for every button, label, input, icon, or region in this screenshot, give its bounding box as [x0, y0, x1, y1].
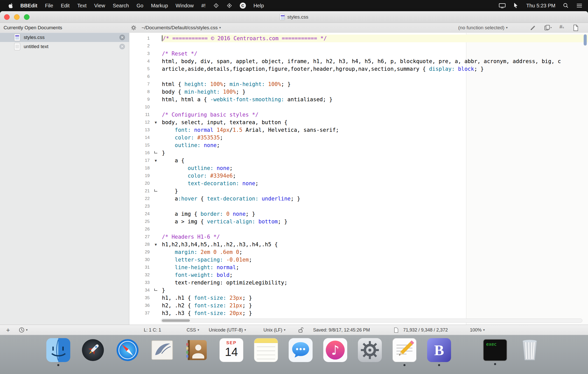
menu-markup[interactable]: Markup [147, 0, 172, 11]
line-number[interactable]: 26 [129, 225, 150, 233]
fold-marker[interactable]: ▼ [150, 241, 162, 248]
line-number[interactable]: 31 [129, 264, 150, 271]
menu-shebang[interactable]: #! [198, 0, 209, 11]
line-number[interactable]: 18 [129, 164, 150, 172]
code-text[interactable]: article,aside,details,figcaption,figure,… [162, 65, 588, 73]
code-text[interactable]: outline: none; [162, 141, 588, 149]
code-line[interactable]: 29 margin: 2em 0 .6em 0; [129, 248, 588, 256]
line-number[interactable]: 8 [129, 88, 150, 96]
zoom-button[interactable] [24, 14, 30, 20]
code-text[interactable]: color: #3394e6; [162, 172, 588, 180]
code-line[interactable]: 20 text-decoration: none; [129, 180, 588, 187]
code-line[interactable]: 19 color: #3394e6; [129, 172, 588, 180]
dock-item-messages[interactable] [288, 338, 313, 366]
code-text[interactable]: h1,h2,h3,h4,h5,.h1,.h2,.h3,.h4,.h5 { [162, 241, 588, 248]
code-text[interactable]: color: #353535; [162, 134, 588, 141]
code-text[interactable]: h1, .h1 { font-size: 23px; } [162, 294, 588, 302]
file-path-dropdown[interactable]: ~/Documents/Default/css/styles.css ▾ [142, 23, 221, 33]
menu-file[interactable]: File [41, 0, 57, 11]
dock-item-contacts[interactable] [185, 338, 209, 366]
dock-item-mail[interactable] [150, 338, 174, 366]
line-number[interactable]: 10 [129, 103, 150, 111]
documents-stack-icon[interactable] [544, 25, 552, 31]
line-number[interactable]: 19 [129, 172, 150, 180]
line-numbers-icon[interactable]: #≡ [559, 24, 564, 30]
line-number[interactable]: 36 [129, 302, 150, 309]
line-number[interactable]: 34 [129, 286, 150, 294]
line-number[interactable]: 32 [129, 271, 150, 279]
scripts-diamond-icon[interactable] [209, 3, 223, 8]
code-line[interactable]: 17▼ a { [129, 157, 588, 164]
line-number[interactable]: 27 [129, 233, 150, 241]
fold-marker[interactable] [150, 286, 162, 294]
line-number[interactable]: 13 [129, 126, 150, 134]
sidebar-item-styles-css[interactable]: styles.css ✕ [0, 33, 129, 42]
line-number[interactable]: 37 [129, 309, 150, 317]
recent-documents-clock[interactable]: ▾ [19, 325, 28, 335]
line-number[interactable]: 14 [129, 134, 150, 141]
add-button[interactable]: + [6, 325, 10, 335]
code-text[interactable]: } [162, 286, 588, 294]
dock-item-safari[interactable] [115, 338, 140, 366]
code-text[interactable]: a:hover { text-decoration: underline; } [162, 195, 588, 203]
line-number[interactable]: 29 [129, 248, 150, 256]
line-number[interactable]: 20 [129, 180, 150, 187]
zoom-popup[interactable]: 100%▾ [470, 325, 485, 335]
line-number[interactable]: 6 [129, 73, 150, 80]
fold-marker[interactable]: ▼ [150, 119, 162, 126]
code-line[interactable]: 23 [129, 203, 588, 210]
line-endings-popup[interactable]: Unix (LF)▾ [263, 325, 286, 335]
horizontal-scrollbar-thumb[interactable] [162, 319, 190, 322]
code-text[interactable]: html, body, div, span, applet, object, i… [162, 57, 588, 65]
line-number[interactable]: 3 [129, 50, 150, 57]
code-line[interactable]: 4html, body, div, span, applet, object, … [129, 57, 588, 65]
code-line[interactable]: 8body { min-height: 100%; } [129, 88, 588, 96]
code-line[interactable]: 1/* =========== © 2016 Centroarts.com ==… [129, 35, 588, 42]
line-number[interactable]: 35 [129, 294, 150, 302]
code-text[interactable]: html, html a { -webkit-font-smoothing: a… [162, 96, 588, 103]
code-line[interactable]: 35h1, .h1 { font-size: 23px; } [129, 294, 588, 302]
code-text[interactable]: } [162, 187, 588, 195]
code-line[interactable]: 36h2, .h2 { font-size: 21px; } [129, 302, 588, 309]
code-text[interactable]: letter-spacing: -0.01em; [162, 256, 588, 264]
code-text[interactable] [162, 42, 588, 50]
airplay-display-icon[interactable] [499, 3, 506, 8]
code-text[interactable]: outline: none; [162, 164, 588, 172]
line-number[interactable]: 1 [129, 35, 150, 42]
code-line[interactable]: 34} [129, 286, 588, 294]
dock-item-bbedit[interactable]: B [427, 338, 451, 366]
code-line[interactable]: 6 [129, 73, 588, 80]
code-line[interactable]: 14 color: #353535; [129, 134, 588, 141]
code-line[interactable]: 26 [129, 225, 588, 233]
line-number[interactable]: 11 [129, 111, 150, 119]
menu-search[interactable]: Search [109, 0, 133, 11]
filters-diamond-icon[interactable] [223, 3, 236, 8]
menu-text[interactable]: Text [73, 0, 90, 11]
line-number[interactable]: 23 [129, 203, 150, 210]
pencil-icon[interactable] [530, 25, 536, 31]
code-line[interactable]: 3/* Reset */ [129, 50, 588, 57]
unlocked-icon[interactable] [298, 325, 303, 335]
code-line[interactable]: 7html { height: 100%; min-height: 100%; … [129, 80, 588, 88]
pointer-icon[interactable] [513, 3, 519, 9]
minimize-button[interactable] [14, 14, 20, 20]
code-text[interactable]: h3, .h3 { font-size: 20px; } [162, 309, 588, 317]
horizontal-scrollbar[interactable] [161, 319, 582, 323]
code-line[interactable]: 9html, html a { -webkit-font-smoothing: … [129, 96, 588, 103]
fold-marker[interactable] [150, 149, 162, 157]
line-number[interactable]: 4 [129, 57, 150, 65]
dock-item-itunes[interactable]: ♪ [323, 338, 347, 366]
line-number[interactable]: 25 [129, 218, 150, 225]
sidebar-item-untitled[interactable]: untitled text ✕ [0, 42, 129, 51]
line-number[interactable]: 33 [129, 279, 150, 286]
line-number[interactable]: 15 [129, 141, 150, 149]
code-line[interactable]: 37h3, .h3 { font-size: 20px; } [129, 309, 588, 317]
code-text[interactable]: a img { border: 0 none; } [162, 210, 588, 218]
code-line[interactable]: 31 line-height: normal; [129, 264, 588, 271]
line-number[interactable]: 21 [129, 187, 150, 195]
code-text[interactable]: /* Reset */ [162, 50, 588, 57]
code-text[interactable] [162, 73, 588, 80]
code-line[interactable]: 2 [129, 42, 588, 50]
code-line[interactable]: 5article,aside,details,figcaption,figure… [129, 65, 588, 73]
code-text[interactable]: /* Configuring basic styles */ [162, 111, 588, 119]
